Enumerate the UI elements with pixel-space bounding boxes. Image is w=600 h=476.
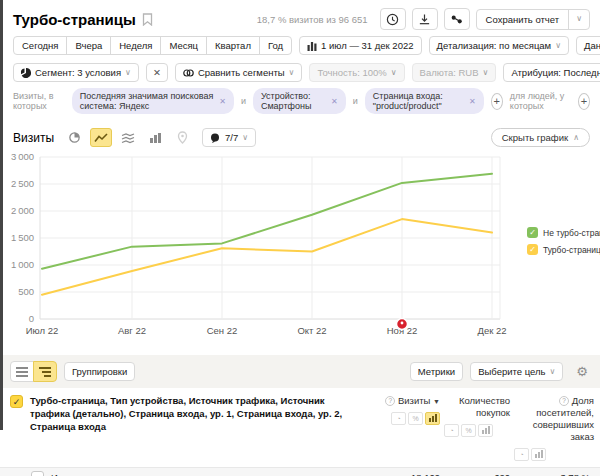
hide-chart-button[interactable]: Скрыть график∧ <box>491 128 590 147</box>
detalization-button[interactable]: Детализация: по месяцам∨ <box>429 36 569 55</box>
compare-icon <box>183 68 194 78</box>
comment-marker[interactable] <box>397 319 408 330</box>
goal-select-button[interactable]: Выберите цель∨ <box>470 362 563 381</box>
filter-joiner: и <box>353 96 358 106</box>
groupings-button[interactable]: Группировки <box>64 362 135 381</box>
mini-bars-icon <box>535 450 543 458</box>
filters-suffix: для людей, у которых <box>510 91 571 111</box>
share-button[interactable] <box>444 8 470 30</box>
annotations-button[interactable]: 7/7 ∨ <box>202 128 256 147</box>
metrics-button[interactable]: Метрики <box>410 362 463 381</box>
column-header-order-share[interactable]: ? Доля посетителей, совершивших заказ ◔ <box>510 395 594 461</box>
chart-type-pie-button[interactable] <box>63 128 85 147</box>
visits-percent-mini-button[interactable]: % <box>408 412 423 425</box>
share-bars-mini-button[interactable] <box>531 448 546 461</box>
filter-chips-row: Визиты, в которых Последняя значимая пои… <box>0 86 600 120</box>
chart-legend: ✓ Не турбо-страницы ✓ Турбо-страницы <box>527 227 600 255</box>
chart-type-line-button[interactable] <box>90 128 112 147</box>
clock-icon <box>386 13 399 26</box>
share-icon <box>450 13 463 26</box>
tab-yesterday[interactable]: Вчера <box>66 36 111 55</box>
tab-week[interactable]: Неделя <box>110 36 161 55</box>
list-view-icon <box>16 367 28 377</box>
attribution-button[interactable]: Атрибуция: Последний значимый переход КЦ… <box>503 63 600 82</box>
map-pin-icon <box>177 131 188 144</box>
date-range-button[interactable]: 1 июл — 31 дек 2022 <box>299 36 421 55</box>
gear-icon[interactable]: ⚙ <box>576 364 588 379</box>
report-table: Итого и средние 18 109 620 3,78 % + ✓ Не… <box>0 467 600 476</box>
history-button[interactable] <box>380 8 406 30</box>
row-label: Итого и средние <box>51 472 123 476</box>
purchases-bars-mini-button[interactable] <box>478 424 493 437</box>
visits-pie-mini-button[interactable]: ◔ <box>391 412 406 425</box>
add-user-condition-button[interactable]: + <box>578 93 590 110</box>
svg-text:Окт 22: Окт 22 <box>297 325 326 336</box>
chip-close-icon[interactable]: ✕ <box>469 97 476 106</box>
tab-quarter[interactable]: Квартал <box>206 36 260 55</box>
purchases-pie-mini-button[interactable]: ◔ <box>444 424 459 437</box>
metric-info-icon[interactable]: ? <box>559 396 569 406</box>
add-visit-condition-button[interactable]: + <box>491 93 503 110</box>
filter-chip-device[interactable]: Устройство: Смартфоны✕ <box>253 88 346 114</box>
filter-chip-landing-page[interactable]: Страница входа: "product/product"✕ <box>365 88 484 114</box>
purchases-percent-mini-button[interactable]: % <box>461 424 476 437</box>
data-mode-button[interactable]: Данные: с роботами∨ <box>576 36 600 55</box>
grouping-list-text[interactable]: Турбо-страница, Тип устройства, Источник… <box>30 395 352 461</box>
accuracy-button[interactable]: Точность: 100%∨ <box>309 63 404 82</box>
period-row: Сегодня Вчера Неделя Месяц Квартал Год 1… <box>0 32 600 59</box>
legend-item-non-turbo[interactable]: ✓ Не турбо-страницы <box>527 227 600 238</box>
bookmark-icon[interactable] <box>142 13 153 26</box>
metrica-report-page: Турбо-страницы 18,7 % визитов из 96 651 <box>0 0 600 476</box>
tab-month[interactable]: Месяц <box>160 36 207 55</box>
svg-text:2 500: 2 500 <box>11 178 34 189</box>
svg-text:Сен 22: Сен 22 <box>207 325 238 336</box>
filter-chip-search-engine[interactable]: Последняя значимая поисковая система: Ян… <box>72 88 234 114</box>
chart-type-stacked-button[interactable] <box>117 128 139 147</box>
table-row-totals[interactable]: Итого и средние 18 109 620 3,78 % <box>0 468 600 476</box>
svg-text:2 000: 2 000 <box>11 205 34 216</box>
view-flat-button[interactable] <box>10 361 34 382</box>
chart-type-map-button[interactable] <box>171 128 193 147</box>
svg-text:Дек 22: Дек 22 <box>477 325 506 336</box>
chip-close-icon[interactable]: ✕ <box>331 97 338 106</box>
grouping-summary: ✓ Турбо-страница, Тип устройства, Источн… <box>10 395 366 461</box>
stacked-lines-icon <box>121 132 135 144</box>
column-header-visits[interactable]: ? Визиты ▼ ◔ % <box>366 395 440 461</box>
download-icon <box>418 13 431 26</box>
save-report-button[interactable]: Сохранить отчет ∨ <box>476 9 590 30</box>
compare-segments-button[interactable]: Сравнить сегменты∨ <box>175 63 303 82</box>
save-report-dropdown[interactable]: ∨ <box>568 10 589 29</box>
totals-share-value: 3,78 % <box>516 472 600 476</box>
chart-header: Визиты <box>0 120 600 149</box>
mini-bars-icon <box>482 426 490 434</box>
visits-chart: 05001 0001 5002 0002 5003 000Июл 22Авг 2… <box>0 149 600 345</box>
totals-visits-value: 18 109 <box>372 472 446 476</box>
segment-clear-button[interactable]: ✕ <box>146 63 168 82</box>
tree-view-icon <box>39 367 51 377</box>
line-chart-icon <box>94 132 108 144</box>
legend-item-turbo[interactable]: ✓ Турбо-страницы <box>527 244 600 255</box>
row-checkbox[interactable] <box>31 471 44 476</box>
legend-checkbox-icon[interactable]: ✓ <box>527 227 538 238</box>
share-pie-mini-button[interactable]: ◔ <box>514 448 529 461</box>
tab-today[interactable]: Сегодня <box>13 36 67 55</box>
select-all-checkbox[interactable]: ✓ <box>10 395 23 408</box>
calendar-bars-icon <box>307 41 317 51</box>
export-button[interactable] <box>412 8 438 30</box>
svg-text:1 500: 1 500 <box>11 232 34 243</box>
segment-button[interactable]: Сегмент: 3 условия∨ <box>13 63 139 82</box>
collapsed-sidebar-edge <box>0 0 3 430</box>
visits-bars-mini-button[interactable] <box>425 412 440 425</box>
column-header-purchases[interactable]: Количество покупок ◔ % <box>440 395 510 461</box>
metric-info-icon[interactable]: ? <box>385 396 395 406</box>
tab-year[interactable]: Год <box>259 36 292 55</box>
view-tree-button[interactable] <box>33 361 57 382</box>
line-chart-canvas[interactable]: 05001 0001 5002 0002 5003 000Июл 22Авг 2… <box>0 149 600 345</box>
chip-close-icon[interactable]: ✕ <box>219 97 226 106</box>
currency-button[interactable]: Валюта: RUB∨ <box>412 63 497 82</box>
chart-type-bars-button[interactable] <box>144 128 166 147</box>
bar-chart-icon <box>149 132 162 144</box>
chart-metric-label: Визиты <box>13 131 54 145</box>
legend-checkbox-icon[interactable]: ✓ <box>527 244 538 255</box>
segment-row: Сегмент: 3 условия∨ ✕ Сравнить сегменты∨… <box>0 59 600 86</box>
